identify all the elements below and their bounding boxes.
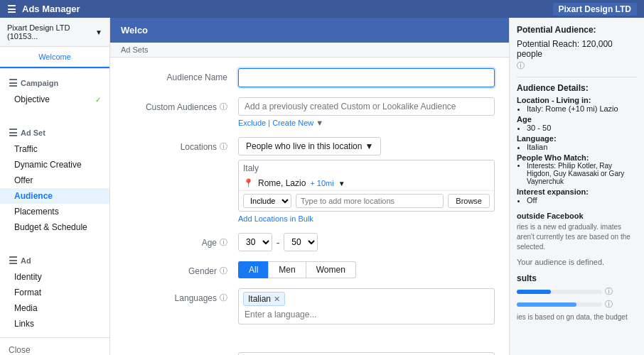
age-info-icon[interactable]: ⓘ xyxy=(220,237,227,248)
languages-row: Languages ⓘ Italian ✕ xyxy=(124,288,495,324)
results-info-icon-2[interactable]: ⓘ xyxy=(605,299,613,310)
sidebar-item-dynamic-creative[interactable]: Dynamic Creative xyxy=(0,157,109,173)
outside-fb-text: ries is a new ed gradually. imates aren'… xyxy=(517,222,637,252)
age-label: Age ⓘ xyxy=(124,233,238,248)
sidebar-item-links[interactable]: Links xyxy=(0,316,109,332)
results-title: sults xyxy=(517,273,637,283)
interest-expansion-detail: Interest expansion: Off xyxy=(517,187,637,204)
sidebar-section-campaign: ☰ Campaign Objective ✓ xyxy=(0,69,109,113)
audience-name-label: Audience Name xyxy=(124,68,238,82)
exclude-link[interactable]: Exclude xyxy=(238,119,266,127)
custom-audiences-row: Custom Audiences ⓘ Exclude | Create New … xyxy=(124,97,495,127)
location-box: Italy 📍 Rome, Lazio + 10mi ▼ Include xyxy=(238,160,495,212)
location-detail: Location - Living in: Italy: Rome (+10 m… xyxy=(517,96,637,113)
language-box: Italian ✕ xyxy=(238,288,495,324)
language-detail: Language: Italian xyxy=(517,134,637,151)
gender-control: All Men Women xyxy=(238,261,495,278)
campaign-section-title: ☰ Campaign xyxy=(0,75,109,92)
custom-audiences-input[interactable] xyxy=(238,97,495,116)
location-item: 📍 Rome, Lazio + 10mi ▼ xyxy=(239,176,494,190)
location-radius: + 10mi xyxy=(310,179,333,187)
nav-tabs-top: Welcome xyxy=(0,47,109,69)
languages-info-icon[interactable]: ⓘ xyxy=(220,293,227,303)
audience-links: Exclude | Create New ▼ xyxy=(238,119,495,127)
center-content: Welco Ad Sets Audience Name Libri test L… xyxy=(110,18,509,355)
include-select[interactable]: Include xyxy=(243,194,291,208)
custom-audiences-info-icon[interactable]: ⓘ xyxy=(220,102,227,112)
account-selector[interactable]: Pixart Design LTD (10153... ▼ xyxy=(0,18,109,47)
location-type-input[interactable] xyxy=(296,194,444,208)
locations-info-icon[interactable]: ⓘ xyxy=(220,141,227,152)
audience-name-control: Libri test Live Emanuele xyxy=(238,68,495,87)
gender-women-button[interactable]: Women xyxy=(306,261,356,278)
detailed-targeting-box: INCLUDE people who match at least ONE of… xyxy=(238,352,495,355)
sidebar-item-placements[interactable]: Placements xyxy=(0,204,109,219)
right-sidebar: Potential Audience: Potential Reach: 120… xyxy=(509,18,644,355)
campaign-icon: ☰ xyxy=(9,77,18,89)
location-country: Italy xyxy=(239,160,494,176)
audience-name-input[interactable]: Libri test Live Emanuele xyxy=(238,68,495,87)
people-match-detail: People Who Match: Interests: Philip Kotl… xyxy=(517,153,637,185)
adset-section-title: ☰ Ad Set xyxy=(0,124,109,141)
outside-fb-title: outside Facebook xyxy=(517,212,637,220)
remove-language-icon[interactable]: ✕ xyxy=(274,295,280,304)
form-area: Audience Name Libri test Live Emanuele C… xyxy=(110,58,509,345)
results-bar-bg-1 xyxy=(517,290,602,294)
app-title: Ads Manager xyxy=(22,4,553,14)
language-tag: Italian ✕ xyxy=(243,292,285,306)
locations-row: Locations ⓘ People who live in this loca… xyxy=(124,137,495,223)
age-control: 30 - 50 xyxy=(238,233,495,251)
age-to-select[interactable]: 50 xyxy=(284,233,318,251)
radius-chevron-icon: ▼ xyxy=(338,180,345,187)
welcome-text: Welco xyxy=(121,25,148,36)
gender-label: Gender ⓘ xyxy=(124,261,238,276)
results-bar-fill-1 xyxy=(517,290,551,294)
results-estimate-text: ies is based on gn data, the budget xyxy=(517,312,637,322)
results-bar-row-2: ⓘ xyxy=(517,299,637,310)
sidebar-item-audience[interactable]: Audience xyxy=(0,188,109,204)
ad-section-title: ☰ Ad xyxy=(0,252,109,269)
languages-label: Languages ⓘ xyxy=(124,288,238,303)
age-from-select[interactable]: 30 xyxy=(238,233,272,251)
results-info-icon-1[interactable]: ⓘ xyxy=(605,286,613,297)
language-input[interactable] xyxy=(243,308,490,321)
close-button[interactable]: Close xyxy=(0,337,109,355)
menu-icon[interactable]: ☰ xyxy=(7,4,16,15)
sidebar-item-format[interactable]: Format xyxy=(0,285,109,300)
sidebar-item-budget-schedule[interactable]: Budget & Schedule xyxy=(0,219,109,235)
location-dropdown[interactable]: People who live in this location ▼ xyxy=(238,137,381,155)
sidebar-item-media[interactable]: Media xyxy=(0,300,109,316)
age-row: Age ⓘ 30 - 50 xyxy=(124,233,495,251)
languages-control: Italian ✕ xyxy=(238,288,495,324)
custom-audiences-label: Custom Audiences ⓘ xyxy=(124,97,238,112)
center-top-bar: Welco xyxy=(110,18,509,43)
account-name: Pixart Design LTD (10153... xyxy=(7,23,92,40)
results-bar-bg-2 xyxy=(517,302,602,307)
outside-facebook-section: outside Facebook ries is a new ed gradua… xyxy=(517,212,637,252)
potential-info-icon[interactable]: ⓘ xyxy=(517,60,637,71)
ad-icon: ☰ xyxy=(9,255,18,266)
results-section: sults ⓘ ⓘ ies is based on gn data, the b… xyxy=(517,273,637,322)
detailed-targeting-section: Detailed Targeting ⓘ INCLUDE people who … xyxy=(110,345,509,355)
gender-row: Gender ⓘ All Men Women xyxy=(124,261,495,278)
gender-all-button[interactable]: All xyxy=(238,261,268,278)
sidebar-item-objective[interactable]: Objective ✓ xyxy=(0,92,109,107)
sidebar-section-ad: ☰ Ad Identity Format Media Links xyxy=(0,246,109,337)
dt-row: Detailed Targeting ⓘ INCLUDE people who … xyxy=(124,352,495,355)
sidebar-item-identity[interactable]: Identity xyxy=(0,269,109,285)
location-city: Rome, Lazio xyxy=(258,178,306,188)
create-new-link[interactable]: Create New xyxy=(272,119,313,127)
add-locations-bulk-link[interactable]: Add Locations in Bulk xyxy=(238,214,495,223)
tab-welcome[interactable]: Welcome xyxy=(0,47,109,68)
results-bar-container: ⓘ ⓘ xyxy=(517,286,637,310)
sidebar-item-traffic[interactable]: Traffic xyxy=(0,141,109,157)
rs-divider-1 xyxy=(517,77,637,77)
gender-men-button[interactable]: Men xyxy=(268,261,306,278)
sidebar-item-offer[interactable]: Offer xyxy=(0,173,109,188)
main-layout: Pixart Design LTD (10153... ▼ Welcome ☰ … xyxy=(0,18,644,355)
brand-name: Pixart Design LTD xyxy=(553,3,637,16)
gender-info-icon[interactable]: ⓘ xyxy=(220,266,227,276)
browse-button[interactable]: Browse xyxy=(448,194,490,208)
results-bar-fill-2 xyxy=(517,302,576,307)
detailed-targeting-label: Detailed Targeting ⓘ xyxy=(124,352,238,355)
